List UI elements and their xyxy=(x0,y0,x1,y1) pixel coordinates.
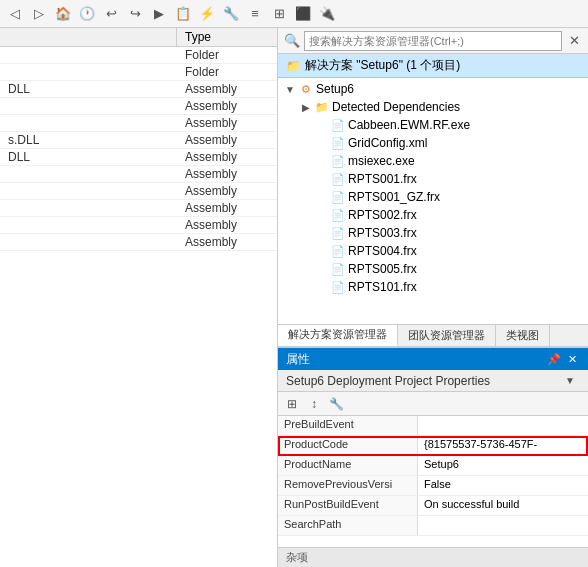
list-item[interactable]: Folder xyxy=(0,47,277,64)
tree-expand-icon[interactable] xyxy=(314,207,330,223)
tree-expand-icon[interactable] xyxy=(314,189,330,205)
file-name xyxy=(0,64,177,80)
toolbar-grid-btn[interactable]: ⊞ xyxy=(268,3,290,25)
prop-row[interactable]: ProductCode {81575537-5736-457F- xyxy=(278,436,588,456)
toolbar-debug-btn[interactable]: ⬛ xyxy=(292,3,314,25)
tree-expand-icon[interactable] xyxy=(314,261,330,277)
toolbar-home-btn[interactable]: 🏠 xyxy=(52,3,74,25)
search-icon-btn[interactable]: 🔍 xyxy=(282,31,302,51)
prop-name: RemovePreviousVersi xyxy=(278,476,418,495)
prop-table: PreBuildEvent ProductCode {81575537-5736… xyxy=(278,416,588,547)
list-item[interactable]: s.DLL Assembly xyxy=(0,132,277,149)
tab-item[interactable]: 团队资源管理器 xyxy=(398,325,496,346)
tab-item[interactable]: 解决方案资源管理器 xyxy=(278,325,398,346)
properties-header-icons: 📌 ✕ xyxy=(546,351,580,367)
tree-item[interactable]: ▼ ⚙ Setup6 xyxy=(278,80,588,98)
prop-value: On successful build xyxy=(418,496,588,515)
prop-row[interactable]: RunPostBuildEvent On successful build xyxy=(278,496,588,516)
list-item[interactable]: Assembly xyxy=(0,183,277,200)
left-file-panel: Type Folder Folder DLL Assembly Assembly… xyxy=(0,28,278,567)
toolbar-more-btn[interactable]: ≡ xyxy=(244,3,266,25)
tree-label: msiexec.exe xyxy=(348,154,415,168)
toolbar-connect-btn[interactable]: 🔌 xyxy=(316,3,338,25)
tree-expand-icon[interactable]: ▶ xyxy=(298,99,314,115)
prop-settings-btn[interactable]: 🔧 xyxy=(326,394,346,414)
tree-item[interactable]: 📄 RPTS001.frx xyxy=(278,170,588,188)
prop-name: SearchPath xyxy=(278,516,418,535)
prop-value: False xyxy=(418,476,588,495)
file-type: Assembly xyxy=(177,149,277,165)
toolbar-clipboard-btn[interactable]: 📋 xyxy=(172,3,194,25)
file-name xyxy=(0,98,177,114)
file-type: Folder xyxy=(177,47,277,63)
prop-row[interactable]: SearchPath xyxy=(278,516,588,536)
properties-close-btn[interactable]: ✕ xyxy=(564,351,580,367)
toolbar-tools-btn[interactable]: 🔧 xyxy=(220,3,242,25)
tree-expand-icon[interactable] xyxy=(314,153,330,169)
toolbar-play-btn[interactable]: ▶ xyxy=(148,3,170,25)
file-type: Folder xyxy=(177,64,277,80)
prop-toolbar: ⊞ ↕ 🔧 xyxy=(278,392,588,416)
tree-file-icon: 📄 xyxy=(330,189,346,205)
tree-item[interactable]: ▶ 📁 Detected Dependencies xyxy=(278,98,588,116)
tree-expand-icon[interactable] xyxy=(314,279,330,295)
tree-expand-icon[interactable] xyxy=(314,171,330,187)
tab-item[interactable]: 类视图 xyxy=(496,325,550,346)
list-item[interactable]: Assembly xyxy=(0,217,277,234)
search-clear-btn[interactable]: ✕ xyxy=(564,31,584,51)
toolbar-build-btn[interactable]: ⚡ xyxy=(196,3,218,25)
tree-expand-icon[interactable] xyxy=(314,225,330,241)
toolbar-back-btn[interactable]: ◁ xyxy=(4,3,26,25)
prop-name: PreBuildEvent xyxy=(278,416,418,435)
tree-file-icon: 📄 xyxy=(330,117,346,133)
prop-row[interactable]: RemovePreviousVersi False xyxy=(278,476,588,496)
properties-dropdown-btn[interactable]: ▼ xyxy=(560,371,580,391)
tree-item[interactable]: 📄 RPTS002.frx xyxy=(278,206,588,224)
list-item[interactable]: Assembly xyxy=(0,166,277,183)
right-panel: 🔍 ✕ 📁 解决方案 "Setup6" (1 个项目) ▼ ⚙ Setup6 ▶… xyxy=(278,28,588,567)
list-item[interactable]: DLL Assembly xyxy=(0,149,277,166)
prop-category-btn[interactable]: ⊞ xyxy=(282,394,302,414)
toolbar-undo-btn[interactable]: ↩ xyxy=(100,3,122,25)
properties-header-label: 属性 xyxy=(286,351,310,368)
prop-row[interactable]: ProductName Setup6 xyxy=(278,456,588,476)
file-name: DLL xyxy=(0,149,177,165)
list-item[interactable]: Assembly xyxy=(0,200,277,217)
list-item[interactable]: Assembly xyxy=(0,98,277,115)
tree-item[interactable]: 📄 RPTS101.frx xyxy=(278,278,588,296)
properties-pin-btn[interactable]: 📌 xyxy=(546,351,562,367)
prop-sort-btn[interactable]: ↕ xyxy=(304,394,324,414)
tree-label: RPTS004.frx xyxy=(348,244,417,258)
prop-row[interactable]: PreBuildEvent xyxy=(278,416,588,436)
toolbar-forward-btn[interactable]: ▷ xyxy=(28,3,50,25)
tree-label: Detected Dependencies xyxy=(332,100,460,114)
tree-item[interactable]: 📄 Cabbeen.EWM.RF.exe xyxy=(278,116,588,134)
list-item[interactable]: DLL Assembly xyxy=(0,81,277,98)
toolbar-settings-btn[interactable]: ↪ xyxy=(124,3,146,25)
list-item[interactable]: Assembly xyxy=(0,234,277,251)
tree-item[interactable]: 📄 RPTS001_GZ.frx xyxy=(278,188,588,206)
tree-expand-icon[interactable] xyxy=(314,135,330,151)
solution-tab-bar: 解决方案资源管理器团队资源管理器类视图 xyxy=(278,324,588,346)
search-input[interactable] xyxy=(304,31,562,51)
list-item[interactable]: Assembly xyxy=(0,115,277,132)
tree-expand-icon[interactable] xyxy=(314,243,330,259)
prop-name: ProductCode xyxy=(278,436,418,455)
tree-item[interactable]: 📄 GridConfig.xml xyxy=(278,134,588,152)
tree-item[interactable]: 📄 RPTS004.frx xyxy=(278,242,588,260)
prop-name: RunPostBuildEvent xyxy=(278,496,418,515)
tree-item[interactable]: 📄 RPTS005.frx xyxy=(278,260,588,278)
tree-expand-icon[interactable]: ▼ xyxy=(282,81,298,97)
tree-file-icon: 📄 xyxy=(330,243,346,259)
file-name xyxy=(0,166,177,182)
solution-explorer: 🔍 ✕ 📁 解决方案 "Setup6" (1 个项目) ▼ ⚙ Setup6 ▶… xyxy=(278,28,588,347)
tree-label: GridConfig.xml xyxy=(348,136,427,150)
solution-icon: 📁 xyxy=(286,59,301,73)
toolbar-history-btn[interactable]: 🕐 xyxy=(76,3,98,25)
tree-expand-icon[interactable] xyxy=(314,117,330,133)
tree-item[interactable]: 📄 RPTS003.frx xyxy=(278,224,588,242)
tree-label: Setup6 xyxy=(316,82,354,96)
tree-item[interactable]: 📄 msiexec.exe xyxy=(278,152,588,170)
file-name xyxy=(0,183,177,199)
list-item[interactable]: Folder xyxy=(0,64,277,81)
